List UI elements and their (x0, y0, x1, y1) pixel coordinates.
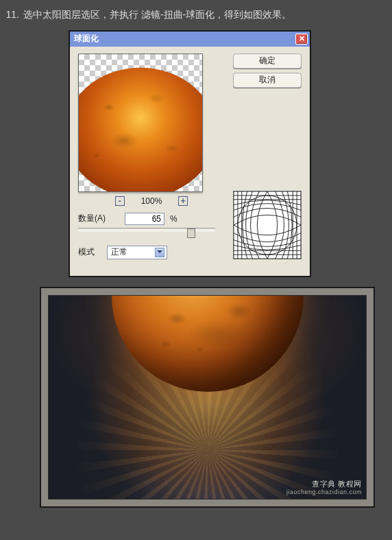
spherize-dialog: 球面化 ✕ - 100% + 数量(A) % 模 (69, 30, 311, 277)
mode-select[interactable]: 正常 (107, 246, 167, 259)
result-frame: 查字典 教程网 jiaocheng.chazidian.com (40, 287, 375, 508)
close-icon: ✕ (299, 35, 305, 43)
mode-value: 正常 (111, 246, 127, 258)
zoom-value: 100% (141, 196, 162, 206)
watermark-url: jiaocheng.chazidian.com (286, 489, 362, 496)
amount-label: 数量(A) (78, 213, 119, 224)
sphere-grid-icon (234, 191, 301, 259)
result-image: 查字典 教程网 jiaocheng.chazidian.com (48, 295, 367, 500)
minus-icon: - (119, 197, 121, 205)
dialog-title-label: 球面化 (74, 33, 295, 45)
slider-thumb[interactable] (187, 228, 195, 238)
zoom-in-button[interactable]: + (178, 196, 188, 206)
mode-label: 模式 (78, 246, 101, 258)
ok-button[interactable]: 确定 (233, 54, 302, 69)
effect-preview[interactable] (78, 54, 203, 192)
watermark-main: 查字典 教程网 (312, 480, 362, 488)
close-button[interactable]: ✕ (295, 34, 308, 45)
amount-slider[interactable] (78, 224, 225, 236)
svg-point-0 (238, 195, 297, 254)
dialog-titlebar[interactable]: 球面化 ✕ (70, 32, 310, 47)
instruction-text: 选中太阳图层选区，并执行 滤镜-扭曲-球面化，得到如图效果。 (23, 8, 385, 22)
preview-sun-image (78, 65, 203, 192)
amount-unit: % (170, 214, 177, 224)
zoom-out-button[interactable]: - (115, 196, 125, 206)
step-number: 11. (3, 8, 19, 22)
cancel-button[interactable]: 取消 (233, 73, 302, 88)
spherize-grid-preview (233, 191, 302, 259)
chevron-down-icon (155, 248, 164, 257)
watermark: 查字典 教程网 jiaocheng.chazidian.com (286, 480, 362, 496)
plus-icon: + (181, 197, 186, 205)
